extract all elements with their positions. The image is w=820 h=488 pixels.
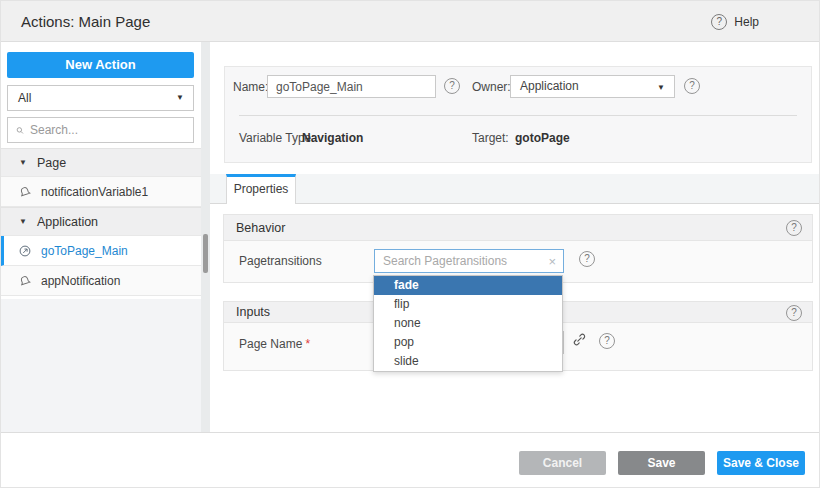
- tree-item-notificationvariable1[interactable]: notificationVariable1: [1, 177, 201, 207]
- pagetransitions-search-input[interactable]: [375, 254, 541, 268]
- behavior-help-icon[interactable]: ?: [786, 220, 802, 236]
- filter-select[interactable]: All ▼: [7, 85, 194, 111]
- behavior-title: Behavior: [236, 221, 285, 235]
- name-field[interactable]: [267, 75, 436, 98]
- bind-link-icon[interactable]: [572, 332, 587, 347]
- help-label: Help: [734, 15, 759, 29]
- sidebar-empty-area: [1, 299, 201, 432]
- behavior-section: Behavior ? Pagetransitions × ?: [223, 214, 813, 283]
- pagetransitions-help-icon[interactable]: ?: [579, 251, 595, 267]
- page-name-label: Page Name*: [239, 337, 310, 351]
- clear-icon[interactable]: ×: [541, 254, 563, 269]
- tree-group-application[interactable]: ▼ Application: [1, 207, 201, 236]
- tree-item-label: goToPage_Main: [41, 244, 128, 258]
- navigation-icon: [18, 244, 32, 258]
- behavior-header: Behavior ?: [223, 214, 813, 241]
- scrollbar-thumb[interactable]: [203, 234, 208, 273]
- tree-group-label: Application: [37, 215, 98, 229]
- tree-item-appnotification[interactable]: appNotification: [1, 266, 201, 296]
- footer-bar: Cancel Save Save & Close: [1, 432, 820, 488]
- pagetransitions-label: Pagetransitions: [239, 254, 322, 268]
- inputs-help-icon[interactable]: ?: [786, 305, 802, 321]
- required-marker: *: [305, 337, 310, 351]
- name-help-icon[interactable]: ?: [444, 78, 460, 94]
- sidebar-search-box[interactable]: [7, 117, 194, 143]
- save-and-close-button[interactable]: Save & Close: [717, 451, 805, 475]
- dropdown-option-slide[interactable]: slide: [374, 352, 562, 371]
- dropdown-option-flip[interactable]: flip: [374, 295, 562, 314]
- action-detail-pane: Name:* ? Owner:* Application ▼ ? Variabl…: [210, 42, 820, 432]
- notification-icon: [18, 185, 32, 199]
- inputs-title: Inputs: [236, 305, 270, 319]
- dropdown-option-pop[interactable]: pop: [374, 333, 562, 352]
- save-button[interactable]: Save: [618, 451, 705, 475]
- tree-item-label: notificationVariable1: [41, 185, 148, 199]
- expander-icon[interactable]: ▼: [19, 158, 27, 167]
- tree-item-gotopage-main[interactable]: goToPage_Main: [1, 236, 201, 266]
- owner-select-value: Application: [520, 79, 579, 93]
- filter-select-value: All: [18, 91, 31, 105]
- actions-sidebar: New Action All ▼ ▼ Page notificationVari…: [1, 42, 201, 432]
- chevron-down-icon: ▼: [176, 86, 184, 110]
- new-action-button[interactable]: New Action: [7, 52, 194, 78]
- owner-help-icon[interactable]: ?: [684, 78, 700, 94]
- help-button[interactable]: ? Help: [711, 1, 759, 42]
- dropdown-option-fade[interactable]: fade: [374, 276, 562, 295]
- page-name-help-icon[interactable]: ?: [599, 333, 615, 349]
- chevron-down-icon: ▼: [657, 77, 665, 98]
- cancel-button[interactable]: Cancel: [519, 451, 606, 475]
- tab-bar: Properties: [210, 174, 820, 204]
- expander-icon[interactable]: ▼: [19, 217, 27, 226]
- action-summary-panel: Name:* ? Owner:* Application ▼ ? Variabl…: [224, 66, 812, 163]
- search-icon: [16, 124, 24, 137]
- dropdown-option-none[interactable]: none: [374, 314, 562, 333]
- owner-select[interactable]: Application ▼: [510, 75, 675, 98]
- titlebar: Actions: Main Page ? Help: [1, 1, 820, 42]
- page-title: Actions: Main Page: [21, 13, 150, 30]
- sidebar-search-input[interactable]: [30, 123, 185, 137]
- tab-properties[interactable]: Properties: [226, 174, 296, 204]
- tree-item-label: appNotification: [41, 274, 120, 288]
- target-label: Target:: [472, 131, 509, 145]
- sidebar-scrollbar[interactable]: [201, 42, 210, 432]
- tree-group-page[interactable]: ▼ Page: [1, 148, 201, 177]
- pagetransitions-combobox[interactable]: ×: [374, 249, 564, 273]
- panel-divider: [239, 115, 797, 116]
- actions-tree: ▼ Page notificationVariable1 ▼ Applicati…: [1, 148, 201, 296]
- tree-group-label: Page: [37, 156, 66, 170]
- pagetransitions-dropdown: fade flip none pop slide: [373, 275, 563, 372]
- variable-type-value: Navigation: [302, 131, 363, 145]
- target-value: gotoPage: [515, 131, 570, 145]
- help-icon[interactable]: ?: [711, 14, 727, 30]
- notification-icon: [18, 274, 32, 288]
- actions-editor-window: Actions: Main Page ? Help New Action All…: [0, 0, 820, 488]
